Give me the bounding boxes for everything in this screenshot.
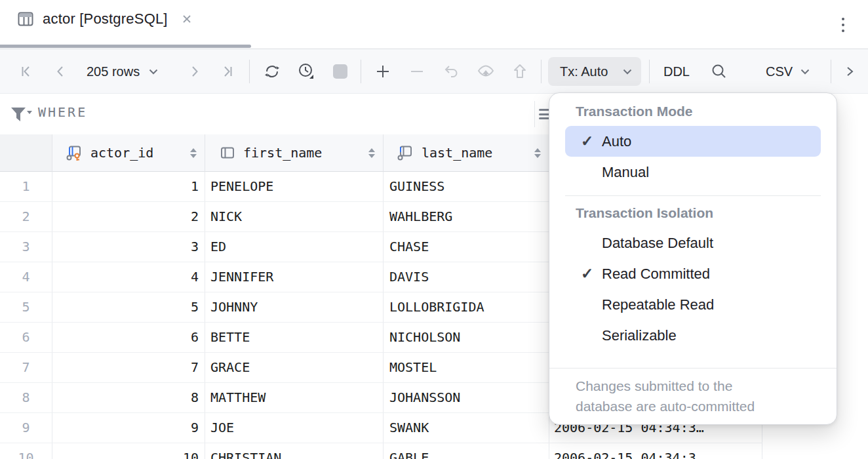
cell-last-name[interactable]: WAHLBERG	[384, 202, 549, 232]
schedule-icon[interactable]	[297, 62, 315, 81]
stop-icon	[331, 62, 349, 81]
cell-last-update[interactable]: 2006-02-15 04:34:3…	[549, 443, 762, 459]
menu-item-label: Database Default	[602, 235, 713, 252]
cell-first-name[interactable]: MATTHEW	[205, 383, 384, 413]
last-page-icon[interactable]	[218, 62, 237, 81]
cell-actor-id[interactable]: 7	[52, 353, 205, 383]
cell-actor-id[interactable]: 1	[52, 172, 205, 202]
page-size-button[interactable]: 205 rows	[83, 60, 162, 83]
funnel-icon[interactable]	[9, 105, 33, 123]
row-number[interactable]: 4	[0, 262, 52, 292]
cell-actor-id[interactable]: 5	[52, 292, 205, 323]
previous-page-icon[interactable]	[51, 62, 69, 81]
preview-changes-icon	[477, 62, 495, 81]
cell-last-name[interactable]: MOSTEL	[384, 353, 549, 383]
kebab-menu-icon[interactable]	[835, 16, 851, 34]
row-number[interactable]: 5	[0, 292, 52, 323]
toolbar-separator	[831, 60, 831, 83]
menu-item-database-default[interactable]: Database Default	[565, 228, 821, 258]
menu-item-label: Manual	[602, 164, 649, 181]
cell-last-name[interactable]: JOHANSSON	[384, 383, 549, 413]
chevron-right-icon[interactable]	[840, 62, 859, 81]
toolbar-separator	[649, 60, 650, 83]
popup-section-header: Transaction Mode	[576, 102, 821, 121]
cell-actor-id[interactable]: 10	[52, 443, 205, 459]
submit-icon	[511, 62, 529, 81]
add-row-icon[interactable]	[374, 62, 392, 81]
ddl-label: DDL	[663, 64, 690, 79]
cell-last-name[interactable]: SWANK	[384, 413, 549, 443]
cell-first-name[interactable]: NICK	[205, 202, 384, 232]
cell-last-name[interactable]: GABLE	[384, 443, 549, 459]
cell-first-name[interactable]: JENNIFER	[205, 262, 384, 292]
menu-item-read-committed[interactable]: ✓Read Committed	[565, 258, 821, 289]
cell-actor-id[interactable]: 9	[52, 413, 205, 443]
header-corner-cell[interactable]	[0, 134, 52, 172]
cell-last-name[interactable]: GUINESS	[384, 172, 549, 202]
cell-last-name[interactable]: DAVIS	[384, 262, 549, 292]
menu-item-label: Auto	[602, 133, 631, 150]
tx-mode-button[interactable]: Tx: Auto	[548, 57, 641, 86]
cell-first-name[interactable]: PENELOPE	[205, 172, 384, 202]
cell-first-name[interactable]: ED	[205, 232, 384, 262]
popup-separator	[565, 195, 821, 196]
cell-actor-id[interactable]: 6	[52, 323, 205, 353]
popup-body: Transaction Mode✓AutoManualTransaction I…	[549, 102, 837, 351]
row-number[interactable]: 9	[0, 413, 52, 443]
export-format-button[interactable]: CSV	[766, 60, 810, 83]
checkmark-icon: ✓	[581, 266, 602, 281]
cell-actor-id[interactable]: 8	[52, 383, 205, 413]
cell-actor-id[interactable]: 2	[52, 202, 205, 232]
toolbar: 205 rows	[0, 49, 868, 94]
refresh-icon[interactable]	[263, 62, 281, 81]
tab-bar: actor [PostgreSQL]	[0, 0, 868, 49]
search-icon[interactable]	[710, 62, 728, 81]
chevron-down-icon	[149, 69, 158, 75]
row-number[interactable]: 6	[0, 323, 52, 353]
cell-actor-id[interactable]: 3	[52, 232, 205, 262]
toolbar-separator	[249, 60, 250, 83]
column-name: actor_id	[90, 145, 153, 161]
cell-first-name[interactable]: CHRISTIAN	[205, 443, 384, 459]
undo-icon	[442, 62, 460, 81]
menu-item-manual[interactable]: Manual	[565, 157, 821, 188]
menu-item-serializable[interactable]: Serializable	[565, 320, 821, 351]
popup-footer-line: Changes submitted to the	[576, 376, 821, 396]
chevron-down-icon	[800, 69, 810, 75]
cell-last-name[interactable]: LOLLOBRIGIDA	[384, 292, 549, 323]
cell-first-name[interactable]: BETTE	[205, 323, 384, 353]
cell-first-name[interactable]: JOHNNY	[205, 292, 384, 323]
table-row: 1010CHRISTIANGABLE2006-02-15 04:34:3…	[0, 443, 868, 459]
menu-item-repeatable-read[interactable]: Repeatable Read	[565, 289, 821, 320]
cell-actor-id[interactable]: 4	[52, 262, 205, 292]
column-name: last_name	[422, 145, 492, 161]
cell-first-name[interactable]: GRACE	[205, 353, 384, 383]
row-count-label: 205 rows	[87, 64, 140, 79]
first-page-icon[interactable]	[17, 62, 35, 81]
column-header-actor-id[interactable]: actor_id	[52, 134, 205, 172]
row-number[interactable]: 3	[0, 232, 52, 262]
menu-item-auto[interactable]: ✓Auto	[565, 126, 821, 157]
column-header-last-name[interactable]: last_name	[384, 134, 549, 172]
row-number[interactable]: 8	[0, 383, 52, 413]
where-keyword[interactable]: WHERE	[38, 104, 87, 120]
ddl-button[interactable]: DDL	[657, 60, 696, 83]
sort-toggle-icon[interactable]	[534, 148, 541, 158]
cell-last-name[interactable]: CHASE	[384, 232, 549, 262]
primary-key-column-icon	[66, 144, 83, 161]
toolbar-separator	[541, 60, 542, 83]
sort-toggle-icon[interactable]	[190, 148, 197, 158]
menu-item-label: Serializable	[602, 327, 677, 344]
row-number[interactable]: 10	[0, 443, 52, 459]
row-number[interactable]: 2	[0, 202, 52, 232]
close-icon[interactable]	[182, 14, 192, 24]
tab-actor-postgresql[interactable]: actor [PostgreSQL]	[17, 10, 192, 28]
next-page-icon[interactable]	[186, 62, 204, 81]
row-number[interactable]: 7	[0, 353, 52, 383]
column-header-first-name[interactable]: first_name	[205, 134, 384, 172]
cell-first-name[interactable]: JOE	[205, 413, 384, 443]
cell-last-name[interactable]: NICHOLSON	[384, 323, 549, 353]
sort-toggle-icon[interactable]	[368, 148, 375, 158]
row-number[interactable]: 1	[0, 172, 52, 202]
filter-separator	[534, 101, 535, 127]
